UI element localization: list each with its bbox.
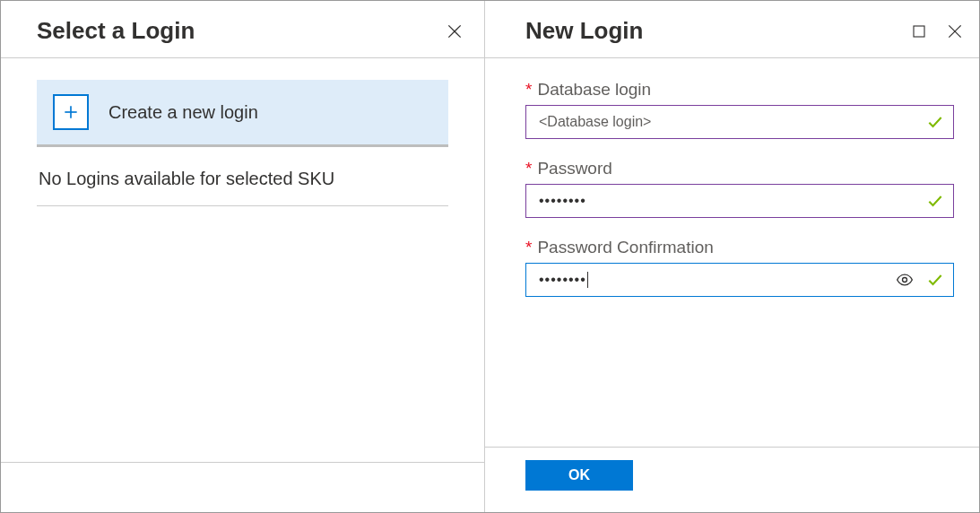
db-login-input[interactable] bbox=[539, 114, 921, 130]
reveal-password-icon[interactable] bbox=[896, 271, 914, 289]
password-confirm-input[interactable]: •••••••• bbox=[539, 272, 586, 288]
new-login-header: New Login bbox=[485, 1, 979, 58]
plus-icon bbox=[53, 94, 89, 130]
close-icon[interactable] bbox=[445, 22, 464, 41]
left-footer bbox=[1, 462, 484, 512]
no-logins-message: No Logins available for selected SKU bbox=[37, 156, 448, 206]
select-login-panel: Select a Login Create a new login No Log… bbox=[1, 1, 485, 512]
create-new-login-item[interactable]: Create a new login bbox=[37, 80, 448, 147]
password-input-wrap: •••••••• bbox=[525, 184, 954, 218]
select-login-title: Select a Login bbox=[37, 17, 195, 45]
password-confirm-input-wrap: •••••••• bbox=[525, 263, 954, 297]
password-label: *Password bbox=[525, 159, 954, 178]
maximize-icon[interactable] bbox=[909, 22, 929, 41]
new-login-footer: OK bbox=[485, 447, 979, 512]
password-input[interactable]: •••••••• bbox=[539, 193, 921, 209]
ok-button[interactable]: OK bbox=[525, 460, 633, 491]
password-confirm-label: *Password Confirmation bbox=[525, 238, 954, 257]
db-login-input-wrap bbox=[525, 105, 954, 139]
svg-point-7 bbox=[903, 278, 907, 283]
db-login-field-group: *Database login bbox=[525, 80, 954, 139]
svg-rect-4 bbox=[914, 26, 924, 37]
password-field-group: *Password •••••••• bbox=[525, 159, 954, 218]
new-login-title: New Login bbox=[525, 17, 643, 45]
create-new-login-label: Create a new login bbox=[108, 102, 258, 123]
close-icon[interactable] bbox=[945, 22, 965, 41]
new-login-panel: New Login *Database login bbox=[485, 1, 979, 512]
select-login-header: Select a Login bbox=[1, 1, 484, 58]
required-star-icon: * bbox=[525, 238, 532, 256]
check-icon bbox=[926, 192, 944, 210]
required-star-icon: * bbox=[525, 80, 532, 99]
required-star-icon: * bbox=[525, 159, 532, 178]
text-cursor bbox=[587, 272, 588, 288]
password-confirm-field-group: *Password Confirmation •••••••• bbox=[525, 238, 954, 297]
check-icon bbox=[926, 271, 944, 289]
db-login-label: *Database login bbox=[525, 80, 954, 100]
check-icon bbox=[926, 113, 944, 131]
